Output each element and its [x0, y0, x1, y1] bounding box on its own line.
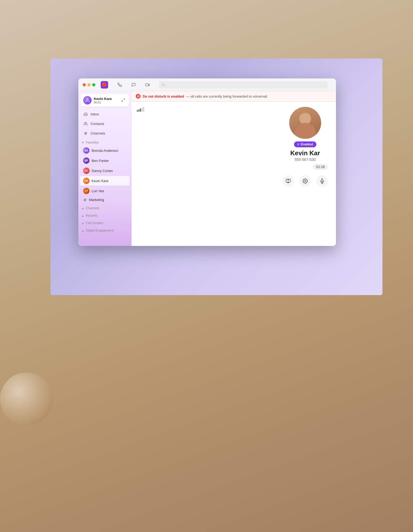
- app-body: Kevin Kare 06:01 Inbox: [78, 91, 336, 246]
- sidebar-item-ben-parker[interactable]: BP Ben Parker: [80, 156, 130, 165]
- nav-item-contacts[interactable]: Contacts: [80, 119, 130, 128]
- enabled-dot: [297, 143, 299, 145]
- recents-label: Recents: [86, 214, 97, 217]
- svg-line-7: [85, 132, 85, 135]
- mute-button[interactable]: [316, 175, 328, 187]
- signal-bars: [137, 107, 144, 112]
- kevin-label: Kevin Kare: [92, 179, 109, 183]
- recents-section-header[interactable]: ▲ Recents: [78, 211, 131, 219]
- marketing-hash-icon: [83, 198, 87, 202]
- inbox-label: Inbox: [91, 112, 99, 116]
- dnd-icon: ⊘: [136, 94, 140, 99]
- microphone-icon: [320, 178, 325, 184]
- sidebar-item-kevin-kare[interactable]: KK Kevin Kare: [80, 176, 130, 186]
- digital-engagement-section-header[interactable]: ▲ Digital Engagement: [78, 226, 131, 233]
- contacts-label: Contacts: [91, 122, 104, 126]
- nav-item-channels[interactable]: Channels: [80, 129, 130, 138]
- kevin-avatar: KK: [83, 178, 90, 184]
- call-controls: [282, 175, 328, 187]
- active-call-card[interactable]: Kevin Kare 06:01: [80, 94, 129, 107]
- call-centers-label: Call Centers: [86, 221, 103, 225]
- signal-bar-1: [137, 110, 138, 112]
- marketing-label: Marketing: [89, 198, 104, 202]
- sidebar: Kevin Kare 06:01 Inbox: [78, 91, 131, 246]
- settings-button[interactable]: [299, 175, 311, 187]
- search-icon: [162, 83, 165, 86]
- svg-marker-0: [148, 84, 150, 86]
- call-duration: 01:28: [313, 164, 328, 170]
- active-call-avatar: [83, 96, 92, 104]
- call-centers-chevron: ▲: [82, 222, 84, 225]
- channels-icon: [83, 131, 88, 136]
- contact-name-display: Kevin Kar: [290, 149, 320, 157]
- call-area: Enabled Kevin Kar 555-567-530 01:28: [131, 102, 336, 246]
- ben-avatar: BP: [83, 157, 90, 164]
- contact-phone-display: 555-567-530: [295, 157, 316, 162]
- lori-label: Lori Yee: [92, 189, 104, 193]
- svg-point-16: [305, 181, 306, 182]
- channels-section-header[interactable]: ▲ Channels: [78, 204, 131, 211]
- brenda-avatar: BA: [83, 147, 90, 154]
- ben-label: Ben Parker: [92, 159, 109, 163]
- call-centers-section-header[interactable]: ▲ Call Centers: [78, 219, 131, 226]
- person-shape: [289, 107, 321, 139]
- video-nav-button[interactable]: [143, 81, 152, 89]
- svg-line-8: [86, 132, 86, 135]
- enabled-badge-label: Enabled: [301, 143, 313, 146]
- channels-section-label: Channels: [86, 206, 99, 210]
- screen-share-icon: [286, 178, 291, 184]
- active-call-info: Kevin Kare 06:01: [94, 97, 118, 104]
- svg-rect-1: [146, 83, 148, 86]
- settings-icon: [303, 178, 308, 184]
- dnd-banner: ⊘ Do not disturb is enabled — all calls …: [131, 91, 336, 102]
- sidebar-item-lori-yee[interactable]: LY Lori Yee: [80, 186, 130, 196]
- signal-bar-5: [143, 107, 144, 112]
- sidebar-item-danny-cortes[interactable]: DC Danny Cortes: [80, 166, 130, 175]
- signal-bar-3: [140, 108, 141, 112]
- close-button[interactable]: [83, 83, 86, 86]
- nav-item-inbox[interactable]: Inbox: [80, 110, 130, 119]
- contacts-icon: [83, 121, 88, 126]
- window-controls: [83, 83, 95, 86]
- active-call-expand-button[interactable]: [120, 97, 126, 103]
- minimize-button[interactable]: [87, 83, 91, 86]
- contact-card: Enabled Kevin Kar 555-567-530 01:28: [282, 107, 328, 187]
- sidebar-item-marketing[interactable]: Marketing: [80, 196, 130, 203]
- svg-point-2: [162, 83, 164, 86]
- svg-point-3: [87, 98, 88, 100]
- app-window: 🔴: [78, 78, 336, 246]
- sphere-decoration: [0, 372, 53, 426]
- channels-collapse-chevron: ▲: [82, 207, 84, 210]
- maximize-button[interactable]: [92, 83, 95, 86]
- danny-label: Danny Cortes: [92, 169, 113, 173]
- title-bar-nav: [116, 81, 152, 89]
- channels-label: Channels: [91, 131, 105, 135]
- search-bar[interactable]: [159, 81, 327, 89]
- contact-photo: [289, 107, 321, 139]
- app-logo: 🔴: [101, 81, 108, 89]
- favorites-label: Favorites: [86, 141, 99, 144]
- svg-line-11: [84, 198, 85, 201]
- dnd-normal-text: — all calls are currently being forwarde…: [186, 94, 268, 98]
- message-nav-button[interactable]: [129, 81, 138, 89]
- inbox-icon: [83, 112, 88, 116]
- phone-nav-button[interactable]: [116, 81, 124, 89]
- svg-point-4: [84, 122, 86, 123]
- digital-engagement-chevron: ▲: [82, 229, 84, 232]
- brenda-label: Brenda Anderson: [92, 149, 118, 153]
- main-content: ⊘ Do not disturb is enabled — all calls …: [131, 91, 336, 246]
- active-call-timer: 06:01: [94, 101, 118, 104]
- screen-share-button[interactable]: [282, 175, 294, 187]
- favorites-section-header[interactable]: ▼ Favorites: [78, 138, 131, 145]
- danny-avatar: DC: [83, 167, 90, 174]
- sidebar-item-brenda-anderson[interactable]: BA Brenda Anderson: [80, 146, 130, 155]
- person-body: [295, 123, 316, 139]
- signal-bar-4: [142, 108, 143, 112]
- digital-engagement-label: Digital Engagement: [86, 229, 114, 232]
- svg-line-12: [85, 198, 86, 201]
- lori-avatar: LY: [83, 188, 90, 194]
- enabled-badge: Enabled: [294, 141, 316, 147]
- active-call-name: Kevin Kare: [94, 97, 118, 101]
- recents-chevron: ▲: [82, 214, 84, 217]
- signal-bar-2: [138, 109, 139, 112]
